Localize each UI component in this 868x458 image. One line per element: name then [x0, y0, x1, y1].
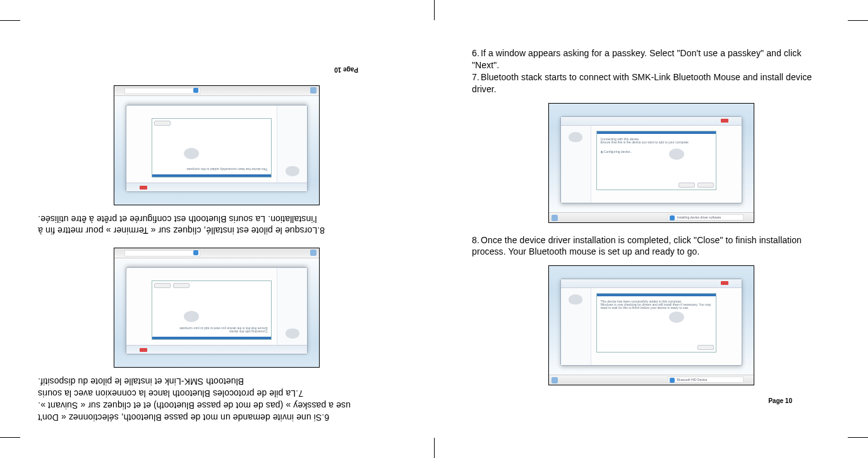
- en-item-7: 7.Bluetooth stack starts to connect with…: [472, 71, 830, 95]
- screenshot-dialog-fr-2: This device has been successfully added …: [114, 85, 320, 205]
- screenshot-dialog-en-1: Connecting with this deviceEnsure that t…: [548, 103, 754, 223]
- en-item-8: 8.Once the device driver installation is…: [472, 234, 830, 258]
- fr-item-6: 6.Si une invite demande un mot de passe …: [38, 411, 396, 423]
- left-page-mirrored: 6.Si une invite demande un mot de passe …: [38, 47, 396, 423]
- right-page: 6.If a window appears asking for a passk…: [472, 47, 830, 423]
- screenshot-dialog-fr-1: Connecting with this deviceEnsure that t…: [114, 248, 320, 368]
- fr-item-8: 8.Lorsque le pilote est installé, clique…: [38, 225, 396, 237]
- en-item-6: 6.If a window appears asking for a passk…: [472, 47, 830, 71]
- fr-item-7: 7.La pile de protocoles Bluetooth lance …: [38, 387, 396, 399]
- page-number-left: Page 10: [334, 66, 358, 73]
- page-number-right: Page 10: [768, 397, 792, 404]
- screenshot-dialog-en-2: This device has been successfully added …: [548, 265, 754, 385]
